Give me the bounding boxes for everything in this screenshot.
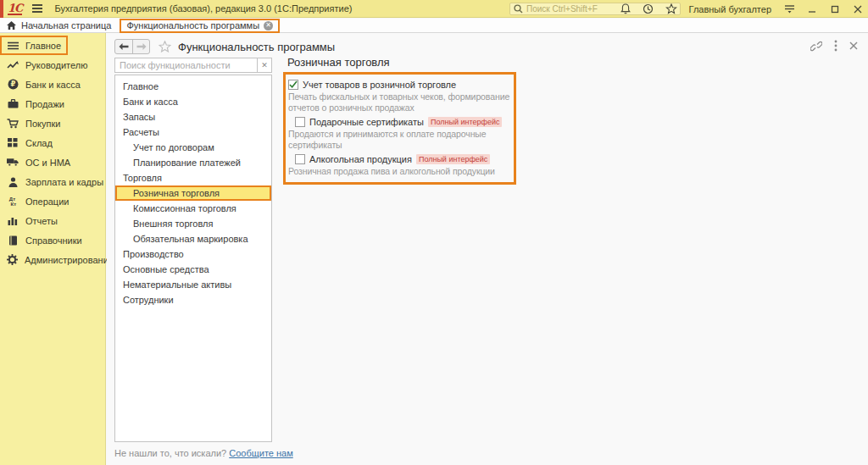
sidebar-item-pokupki[interactable]: Покупки bbox=[0, 113, 105, 133]
sidebar-label: Операции bbox=[25, 197, 69, 207]
nav-item-uchet-po-dogovoram[interactable]: Учет по договорам bbox=[115, 140, 271, 155]
truck-icon bbox=[7, 158, 19, 167]
nav-item-raschety[interactable]: Расчеты bbox=[115, 125, 271, 140]
sidebar-label: Продажи bbox=[25, 99, 64, 109]
sidebar-label: Администрирование bbox=[25, 255, 114, 265]
current-user-role[interactable]: Главный бухгалтер bbox=[689, 4, 771, 14]
feedback-text: Не нашли то, что искали? bbox=[114, 448, 226, 458]
active-tab-label: Функциональность программы bbox=[126, 20, 259, 30]
main-menu-icon[interactable] bbox=[32, 4, 42, 13]
sidebar-item-bank-i-kassa[interactable]: ₽ Банк и касса bbox=[0, 75, 105, 94]
sidebar-item-sklad[interactable]: Склад bbox=[0, 133, 105, 152]
sidebar-item-prodazhi[interactable]: Продажи bbox=[0, 94, 105, 113]
nav-item-glavnoe[interactable]: Главное bbox=[115, 79, 271, 94]
clear-search-icon[interactable]: ✕ bbox=[257, 58, 272, 73]
full-interface-badge: Полный интерфейс bbox=[416, 154, 490, 164]
sidebar-label: Главное bbox=[25, 41, 61, 51]
sidebar-item-os-i-nma[interactable]: ОС и НМА bbox=[0, 152, 105, 172]
nav-item-vneshnyaya-torgovlya[interactable]: Внешняя торговля bbox=[115, 216, 271, 231]
get-link-icon[interactable] bbox=[810, 41, 822, 52]
option-label: Подарочные сертификаты bbox=[309, 117, 424, 127]
favorite-star-icon[interactable] bbox=[159, 41, 171, 53]
nav-item-label: Учет по договорам bbox=[133, 142, 214, 152]
dt-kt-icon: Дт Кт bbox=[7, 197, 19, 207]
svg-text:₽: ₽ bbox=[10, 80, 15, 88]
book-icon bbox=[7, 235, 19, 246]
nav-item-sotrudniki[interactable]: Сотрудники bbox=[115, 292, 271, 307]
window-title: Функциональность программы bbox=[178, 41, 335, 53]
option-description: Розничная продажа пива и алкогольной про… bbox=[288, 166, 511, 177]
person-icon bbox=[7, 177, 19, 187]
trend-chart-icon bbox=[7, 61, 19, 69]
feedback-link[interactable]: Сообщите нам bbox=[229, 448, 293, 458]
nav-item-osnovnye-sredstva[interactable]: Основные средства bbox=[115, 262, 271, 277]
nav-item-label: Обязательная маркировка bbox=[133, 234, 248, 244]
option-label: Алкогольная продукция bbox=[309, 154, 412, 164]
restore-button[interactable] bbox=[828, 3, 842, 16]
sidebar-label: Банк и касса bbox=[25, 80, 81, 90]
notifications-bell-icon[interactable] bbox=[619, 3, 632, 16]
nav-item-proizvodstvo[interactable]: Производство bbox=[115, 246, 271, 262]
service-menu-icon[interactable] bbox=[782, 3, 796, 16]
feedback-line: Не нашли то, что искали?Сообщите нам bbox=[114, 448, 293, 458]
sidebar-item-administrirovanie[interactable]: Администрирование bbox=[0, 250, 105, 269]
tab-home[interactable]: Начальная страница bbox=[0, 19, 120, 33]
sidebar-label: Справочники bbox=[25, 235, 82, 246]
nav-item-label: Банк и касса bbox=[123, 97, 178, 107]
nav-item-label: Розничная торговля bbox=[133, 188, 220, 198]
nav-item-label: Внешняя торговля bbox=[133, 219, 213, 229]
nav-item-label: Расчеты bbox=[123, 127, 159, 137]
nav-item-obyazatelnaya-markirovka[interactable]: Обязательная маркировка bbox=[115, 231, 271, 246]
functionality-search-input[interactable] bbox=[114, 58, 257, 73]
tab-functionality[interactable]: Функциональность программы ✕ bbox=[120, 19, 280, 33]
checkbox-retail-accounting[interactable] bbox=[288, 80, 298, 90]
tab-close-icon[interactable]: ✕ bbox=[264, 21, 273, 30]
more-menu-icon[interactable] bbox=[834, 40, 837, 52]
close-button[interactable] bbox=[851, 3, 865, 16]
history-icon[interactable] bbox=[642, 3, 655, 16]
nav-item-torgovlya[interactable]: Торговля bbox=[115, 170, 271, 185]
nav-item-roznichnaya-torgovlya[interactable]: Розничная торговля bbox=[115, 185, 271, 201]
sidebar-label: Покупки bbox=[25, 119, 60, 129]
sidebar-item-zarplata-i-kadry[interactable]: Зарплата и кадры bbox=[0, 172, 105, 191]
titlebar-icons: Главный бухгалтер bbox=[619, 0, 865, 18]
nav-item-nematerialnye-aktivy[interactable]: Нематериальные активы bbox=[115, 277, 271, 292]
section-sidebar: Главное Руководителю ₽ Банк и касса Прод… bbox=[0, 33, 106, 465]
sidebar-item-rukovoditelyu[interactable]: Руководителю bbox=[0, 55, 105, 75]
functionality-search: ✕ bbox=[114, 58, 272, 73]
option-label: Учет товаров в розничной торговле bbox=[303, 80, 456, 90]
ruble-circle-icon: ₽ bbox=[7, 79, 19, 90]
window-header-icons bbox=[810, 40, 858, 52]
option-retail-accounting: Учет товаров в розничной торговле bbox=[288, 80, 511, 90]
nav-item-planirovanie-platezhej[interactable]: Планирование платежей bbox=[115, 155, 271, 170]
sidebar-item-operacii[interactable]: Дт Кт Операции bbox=[0, 191, 105, 211]
sidebar-label: Зарплата и кадры bbox=[25, 177, 103, 187]
nav-item-komissionnaya-torgovlya[interactable]: Комиссионная торговля bbox=[115, 201, 271, 216]
option-gift-certificates: Подарочные сертификаты Полный интерфейс bbox=[295, 117, 511, 127]
window-close-icon[interactable] bbox=[849, 42, 858, 50]
functionality-nav-list: Главное Банк и касса Запасы Расчеты Учет… bbox=[114, 75, 272, 442]
checkbox-alcohol-products[interactable] bbox=[295, 154, 305, 164]
back-button[interactable] bbox=[115, 40, 132, 53]
forward-button[interactable] bbox=[132, 40, 149, 53]
title-bar: 1С Бухгалтерия предприятия (базовая), ре… bbox=[0, 0, 868, 18]
window-header: Функциональность программы bbox=[114, 38, 335, 55]
option-description: Продаются и принимаются к оплате подароч… bbox=[288, 129, 511, 151]
retail-options-group: Учет товаров в розничной торговле Печать… bbox=[283, 72, 516, 185]
nav-item-label: Сотрудники bbox=[123, 295, 174, 305]
option-description: Печать фискальных и товарных чеков, форм… bbox=[288, 91, 511, 113]
menu-lines-icon bbox=[7, 42, 19, 50]
home-tab-label: Начальная страница bbox=[21, 20, 111, 30]
nav-item-bank-i-kassa[interactable]: Банк и касса bbox=[115, 94, 271, 109]
nav-item-label: Торговля bbox=[123, 173, 162, 183]
minimize-button[interactable] bbox=[805, 3, 819, 16]
checkbox-gift-certificates[interactable] bbox=[295, 117, 305, 127]
sidebar-item-spravochniki[interactable]: Справочники bbox=[0, 230, 105, 250]
accent-strip bbox=[0, 0, 3, 18]
nav-item-label: Главное bbox=[123, 81, 159, 91]
nav-item-zapasy[interactable]: Запасы bbox=[115, 109, 271, 125]
sidebar-item-otchety[interactable]: Отчеты bbox=[0, 211, 105, 230]
nav-item-label: Планирование платежей bbox=[133, 158, 241, 168]
sidebar-item-glavnoe[interactable]: Главное bbox=[0, 36, 68, 55]
favorites-star-icon[interactable] bbox=[665, 3, 678, 16]
